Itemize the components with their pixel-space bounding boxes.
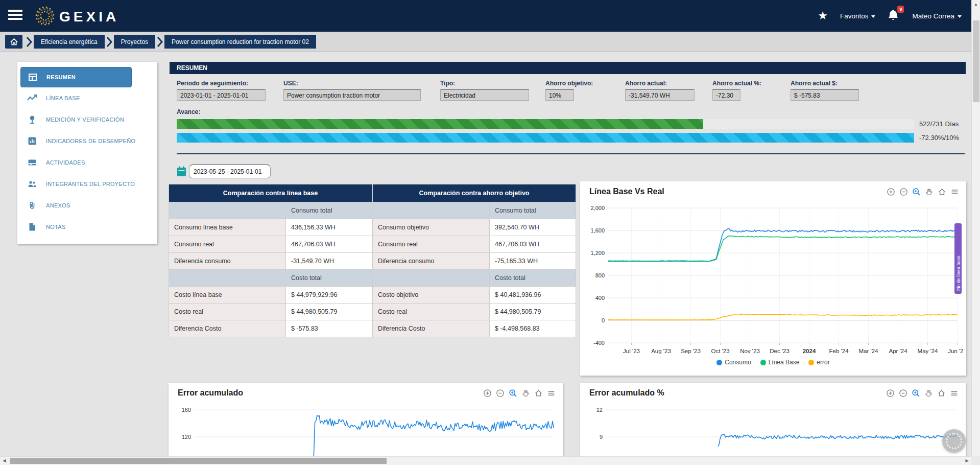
linea-base-vs-real-plot[interactable]: Jul '23Aug '23Sep '23Oct '23Nov '23Dec '… [583,203,963,357]
reset-home-icon[interactable] [938,188,946,196]
breadcrumb-item[interactable]: Proyectos [114,35,155,49]
scroll-up-arrow-icon[interactable]: ▲ [972,0,980,9]
svg-text:Jul '23: Jul '23 [623,348,640,354]
scroll-left-arrow-icon[interactable]: ◀ [0,457,9,465]
table-subheader-row: Consumo total [169,202,372,219]
menu-icon[interactable] [547,389,556,398]
user-menu[interactable]: Mateo Correa [912,12,962,20]
svg-text:May '24: May '24 [918,348,939,354]
horizontal-scroll-thumb[interactable] [10,458,387,464]
chart-title: Error acumulado % [589,388,664,398]
zoom-in-icon[interactable] [886,389,895,398]
reset-home-icon[interactable] [937,389,946,398]
sidebar-item-integrantes-del-proyecto[interactable]: INTEGRANTES DEL PROYECTO [17,173,157,195]
svg-text:Jun '24: Jun '24 [948,348,963,354]
row-label: Costo real [373,304,490,320]
legend-label: error [817,359,829,366]
favorites-menu[interactable]: Favoritos [840,12,876,20]
table-row: Diferencia consumo-75,165.33 WH [373,253,576,270]
sidebar-item-medici-n-y-verificaci-n[interactable]: MEDICIÓN Y VERIFICACIÓN [17,109,157,130]
chart-title: Línea Base Vs Real [589,187,664,196]
zoom-box-icon[interactable] [912,188,921,196]
row-value: $ 44,980,505.79 [490,304,576,320]
zoom-box-icon[interactable] [509,389,517,398]
breadcrumb-item[interactable]: Power consumption reduction for traction… [164,35,316,49]
sidebar-item-label: RESUMEN [46,74,76,80]
horizontal-scrollbar[interactable]: ◀ ▶ [0,456,971,465]
scrollbar-corner [971,456,980,465]
legend-dot-icon [716,360,722,365]
row-label: Diferencia Costo [373,320,490,337]
project-sidebar: RESUMENLÍNEA BASEMEDICIÓN Y VERIFICACIÓN… [17,62,157,244]
sidebar-item-label: ANEXOS [46,202,70,208]
vertical-scrollbar[interactable]: ▲ [971,0,980,456]
table-row: Diferencia consumo-31,549.70 WH [169,253,372,270]
legend-label: Línea Base [769,359,800,366]
date-range-input[interactable] [189,165,271,178]
sidebar-item-resumen[interactable]: RESUMEN [20,67,132,87]
menu-icon[interactable] [950,188,959,196]
notifications-button[interactable]: 9 [888,9,900,23]
svg-text:1,600: 1,600 [590,227,605,234]
svg-text:Oct '23: Oct '23 [711,348,729,354]
chart-toolbar [886,389,959,398]
field-value: -72.30 [712,89,740,101]
row-value: $ 40,481,936.96 [490,287,576,304]
hamburger-icon[interactable] [8,10,22,22]
sidebar-item-notas[interactable]: NOTAS [17,216,157,238]
row-value: $ 44,979,929.96 [286,287,372,304]
zoom-box-icon[interactable] [912,389,920,398]
note-icon [27,221,38,232]
breadcrumb-item[interactable]: Eficiencia energética [34,35,105,49]
zoom-in-icon[interactable] [887,188,895,196]
zoom-out-icon[interactable] [496,389,505,398]
sidebar-item-anexos[interactable]: ANEXOS [17,195,157,216]
table-title: Comparación contra línea base [169,184,372,202]
svg-text:Apr '24: Apr '24 [889,348,908,354]
menu-icon[interactable] [950,389,959,398]
chart2-plot[interactable]: 160120 [172,403,560,464]
star-icon[interactable]: ★ [818,10,828,21]
sidebar-item-actividades[interactable]: ACTIVIDADES [17,152,157,173]
sidebar-item-l-nea-base[interactable]: LÍNEA BASE [17,87,157,109]
table-row: Consumo real467,706.03 WH [169,236,372,253]
comparison-table: Comparación contra ahorro objetivo Consu… [372,184,576,337]
field-value: $ -575.83 [791,89,859,101]
svg-text:800: 800 [595,272,605,278]
home-button[interactable] [5,35,22,49]
calendar-icon[interactable] [177,166,186,179]
row-label: Consumo real [373,236,490,253]
pan-icon[interactable] [924,389,933,398]
table-subheader-row: Costo total [169,270,372,287]
zoom-out-icon[interactable] [899,389,907,398]
pan-icon[interactable] [925,188,934,196]
comparison-tables: Comparación contra línea base Consumo to… [169,184,576,337]
zoom-in-icon[interactable] [483,389,492,398]
brand-logo[interactable]: GEXIA [33,4,119,30]
vertical-scroll-thumb[interactable] [973,20,979,102]
sidebar-item-indicadores-de-desempe-o[interactable]: INDICADORES DE DESEMPEÑO [17,130,157,152]
widget-ring-icon [946,433,962,449]
progress-track-ahorro [177,133,914,143]
field-label: Ahorro actual: [625,80,667,87]
reset-home-icon[interactable] [534,389,543,398]
chart3-plot[interactable]: 129 [583,403,963,464]
progress-fill-ahorro [177,133,914,143]
table-row: Costo objetivo$ 40,481,936.96 [373,287,576,304]
chevron-right-icon [106,36,112,48]
chevron-down-icon [958,15,962,18]
breadcrumb-bar: Eficiencia energéticaProyectosPower cons… [0,32,980,52]
row-label: Diferencia Costo [169,320,286,337]
legend-item[interactable]: Línea Base [760,359,800,366]
legend-item[interactable]: error [808,359,829,366]
scroll-right-arrow-icon[interactable]: ▶ [963,457,971,465]
floating-widget-button[interactable] [942,429,966,453]
table-row: Diferencia Costo$ -575.83 [169,320,372,337]
zoom-out-icon[interactable] [899,188,908,196]
table-title: Comparación contra ahorro objetivo [373,184,576,202]
row-value: 467,706.03 WH [490,236,576,253]
row-value: 467,706.03 WH [286,236,372,253]
table-row: Consumo real467,706.03 WH [373,236,576,253]
pan-icon[interactable] [521,389,530,398]
legend-item[interactable]: Consumo [716,359,751,366]
